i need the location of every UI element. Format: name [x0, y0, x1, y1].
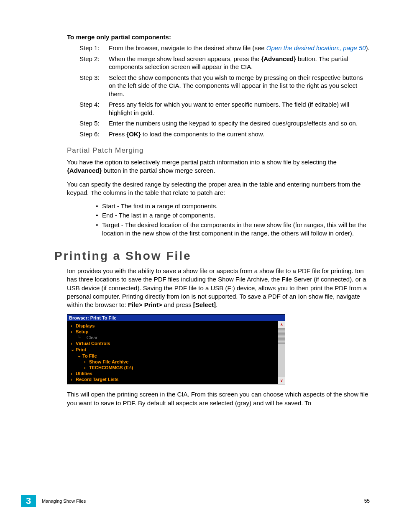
paragraph: You have the option to selectively merge… [67, 158, 370, 175]
tree-item[interactable]: ›Show File Archive [69, 359, 278, 365]
para-bold: {Advanced} [67, 167, 102, 174]
bullet-icon: • [92, 221, 102, 238]
paragraph: This will open the printing screen in th… [67, 390, 370, 407]
browser-screenshot: Browser: Print To File ›Displays›Setup└C… [67, 314, 285, 384]
merge-heading: To merge only partial components: [67, 33, 370, 41]
scroll-down-button[interactable]: ∨ [278, 377, 285, 384]
step-label: Step 5: [79, 119, 109, 128]
chevron-down-icon: ⌄ [71, 347, 75, 352]
bullet-text: End - The last in a range of components. [102, 211, 370, 220]
list-item: • Start - The first in a range of compon… [92, 202, 370, 210]
tree-item[interactable]: ›Virtual Controls [69, 340, 278, 346]
step-text-bold: {OK} [127, 130, 141, 138]
step-text: When the merge show load screen appears,… [109, 55, 370, 71]
browser-tree: ›Displays›Setup└Clear›Virtual Controls⌄P… [67, 321, 278, 384]
tree-item[interactable]: ⌄Print [69, 346, 278, 353]
tree-item[interactable]: ›Setup [69, 329, 278, 335]
chevron-down-icon: ⌄ [77, 353, 82, 358]
para-text: button in the partial show merge screen. [102, 167, 215, 174]
chevron-right-icon: › [84, 365, 88, 370]
chevron-right-icon: › [71, 323, 75, 328]
step-text-pre: When the merge show load screen appears,… [109, 55, 261, 62]
tree-item[interactable]: ›Record Target Lists [69, 376, 278, 382]
bullet-list: • Start - The first in a range of compon… [92, 202, 370, 238]
para-text: and press [162, 301, 193, 308]
tree-item[interactable]: ⌄To File [69, 353, 278, 359]
tree-item-label: TECHCOMMGS (E:\) [89, 365, 133, 370]
paragraph: Ion provides you with the ability to sav… [67, 267, 370, 309]
step-text-pre: Press [109, 130, 127, 138]
paragraph: You can specify the desired range by sel… [67, 180, 370, 197]
tree-item-label: Utilities [76, 371, 92, 376]
step-label: Step 6: [79, 130, 109, 138]
tree-item-label: Show File Archive [89, 359, 128, 364]
para-text: You have the option to selectively merge… [67, 159, 337, 166]
step-text-pre: From the browser, navigate to the desire… [109, 44, 266, 51]
scroll-up-button[interactable]: ∧ [278, 321, 285, 328]
step-row: Step 4: Press any fields for which you w… [79, 100, 370, 117]
step-label: Step 4: [79, 100, 109, 117]
step-text: Press any fields for which you want to e… [109, 100, 370, 117]
step-text-bold: {Advanced} [261, 55, 296, 62]
bullet-icon: • [92, 202, 102, 210]
para-bold: File> Print> [128, 301, 162, 308]
step-text: Press {OK} to load the components to the… [109, 130, 370, 138]
bullet-text: Start - The first in a range of componen… [102, 202, 370, 210]
step-text: From the browser, navigate to the desire… [109, 44, 370, 52]
tree-item-label: Setup [76, 329, 89, 334]
tree-item[interactable]: ›TECHCOMMGS (E:\) [69, 365, 278, 371]
bullet-text: Target - The desired location of the com… [102, 221, 370, 238]
step-text: Select the show components that you wish… [109, 74, 370, 98]
step-label: Step 1: [79, 44, 109, 52]
step-text-post: ). [366, 44, 370, 51]
tree-item[interactable]: └Clear [69, 335, 278, 340]
step-row: Step 2: When the merge show load screen … [79, 55, 370, 71]
tree-item-label: Clear [87, 335, 97, 340]
tree-item-label: To File [82, 353, 97, 358]
steps-list: Step 1: From the browser, navigate to th… [79, 44, 370, 138]
step-label: Step 3: [79, 74, 109, 98]
scroll-thumb[interactable] [278, 328, 285, 344]
tree-item[interactable]: ›Utilities [69, 371, 278, 376]
tree-item-label: Print [76, 347, 86, 352]
chapter-number-tab: 3 [21, 495, 36, 507]
step-row: Step 6: Press {OK} to load the component… [79, 130, 370, 138]
para-bold: [Select] [193, 301, 216, 308]
tree-item-label: Record Target Lists [76, 377, 119, 382]
printing-heading: Printing a Show File [54, 249, 370, 263]
bullet-icon: • [92, 211, 102, 220]
step-text-post: to load the components to the current sh… [141, 130, 264, 138]
chevron-right-icon: › [71, 341, 75, 346]
step-row: Step 5: Enter the numbers using the keyp… [79, 119, 370, 128]
step-label: Step 2: [79, 55, 109, 71]
step-row: Step 1: From the browser, navigate to th… [79, 44, 370, 52]
page-number: 55 [364, 498, 370, 504]
cross-reference-link[interactable]: Open the desired location:, page 50 [266, 44, 366, 51]
para-text: . [216, 301, 217, 308]
step-row: Step 3: Select the show components that … [79, 74, 370, 98]
partial-patch-heading: Partial Patch Merging [67, 146, 370, 155]
chevron-right-icon: › [71, 377, 75, 382]
chevron-right-icon: › [71, 329, 75, 334]
tree-item[interactable]: ›Displays [69, 323, 278, 329]
step-text: Enter the numbers using the keypad to sp… [109, 119, 370, 128]
scrollbar[interactable]: ∧ ∨ [278, 321, 285, 384]
tree-item-label: Displays [76, 323, 95, 328]
page-footer: 3 Managing Show Files 55 [21, 495, 370, 507]
list-item: • Target - The desired location of the c… [92, 221, 370, 238]
chevron-right-icon: › [84, 359, 88, 364]
chevron-right-icon: › [71, 371, 75, 376]
list-item: • End - The last in a range of component… [92, 211, 370, 220]
browser-title: Browser: Print To File [67, 315, 285, 321]
footer-chapter-title: Managing Show Files [42, 499, 364, 504]
tree-item-label: Virtual Controls [76, 341, 110, 346]
